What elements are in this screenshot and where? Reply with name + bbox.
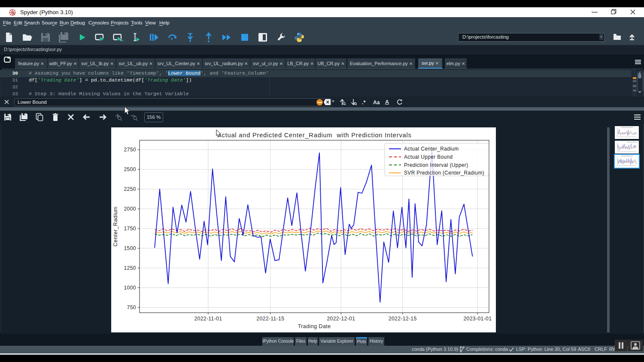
svg-text:2022-12-01: 2022-12-01: [327, 316, 355, 322]
svg-text:2022-11-01: 2022-11-01: [194, 316, 222, 322]
svg-text:1500: 1500: [124, 245, 136, 251]
svg-text:2250: 2250: [124, 186, 136, 192]
svg-text:750: 750: [127, 305, 136, 311]
svg-text:2023-01-01: 2023-01-01: [463, 316, 492, 322]
svg-text:Actual Upper Bound: Actual Upper Bound: [404, 154, 453, 160]
svg-text:S: S: [13, 12, 15, 16]
svg-text:1750: 1750: [124, 226, 136, 232]
svg-text:2000: 2000: [124, 206, 136, 212]
svg-text:1250: 1250: [124, 265, 136, 271]
svg-text:Center_Radium: Center_Radium: [112, 206, 118, 246]
svg-text:2022-11-15: 2022-11-15: [256, 316, 284, 322]
svg-text:Prediction Interval (Upper): Prediction Interval (Upper): [404, 162, 468, 168]
svg-text:SVR Prediction (Center_Radium): SVR Prediction (Center_Radium): [404, 170, 484, 176]
svg-text:2022-12-15: 2022-12-15: [389, 316, 417, 322]
svg-text:Actual and Predicted Center_Ra: Actual and Predicted Center_Radium with …: [217, 132, 411, 139]
svg-text:2750: 2750: [124, 147, 136, 153]
svg-text:2500: 2500: [124, 166, 136, 172]
svg-text:1000: 1000: [124, 285, 136, 291]
svg-text:Actual Center_Radium: Actual Center_Radium: [404, 146, 459, 152]
svg-text:Trading Date: Trading Date: [298, 323, 331, 329]
